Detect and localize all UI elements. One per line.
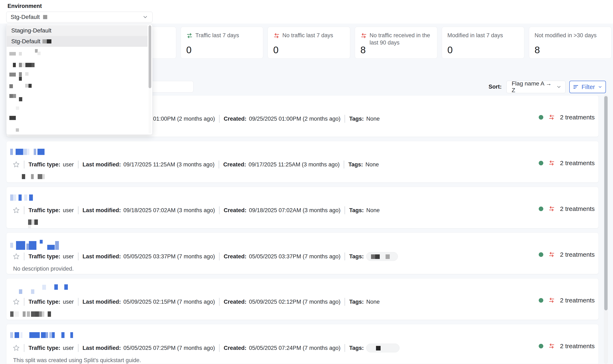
tags-label: Tags:	[349, 345, 364, 351]
stat-card-no-traffic-90d[interactable]: No traffic received in the last 90 days …	[355, 27, 437, 59]
filter-button[interactable]: Filter	[569, 81, 606, 93]
tags-value: None	[366, 299, 380, 305]
star-icon[interactable]	[13, 253, 20, 260]
page-scrollbar-thumb[interactable]	[604, 96, 608, 310]
star-icon[interactable]	[13, 344, 20, 351]
created-value: 09/25/2025 01:00PM (2 months ago)	[249, 116, 340, 122]
flag-description: This split was created using Split's qui…	[13, 357, 141, 364]
tags-label: Tags:	[349, 207, 364, 214]
stat-card-not-modified-30d[interactable]: Not modified in >30 days 8	[529, 27, 612, 59]
flag-row[interactable]: Traffic type:user Last modified:05/05/20…	[6, 233, 599, 274]
redacted-block	[42, 39, 47, 43]
tag-pill[interactable]	[366, 344, 400, 352]
created-value: 09/17/2025 11:25AM (3 months ago)	[248, 161, 339, 168]
treatments-count: 2 treatments	[560, 251, 595, 258]
environment-select[interactable]: Stg-Default	[6, 12, 153, 23]
no-traffic-arrows-icon	[548, 206, 555, 212]
treatments-count: 2 treatments	[560, 205, 595, 212]
traffic-type-label: Traffic type:	[28, 253, 60, 260]
stat-label: Traffic last 7 days	[196, 32, 239, 39]
stat-label: Not modified in >30 days	[535, 32, 597, 39]
traffic-type-value: user	[63, 207, 74, 214]
created-value: 09/18/2025 07:02AM (3 months ago)	[249, 207, 340, 214]
no-traffic-arrows-icon	[548, 343, 555, 350]
flag-row[interactable]: Traffic type:user Last modified:09/18/20…	[6, 187, 599, 228]
filter-button-label: Filter	[582, 84, 595, 91]
chevron-down-icon	[142, 14, 148, 20]
active-status-dot	[539, 298, 543, 303]
treatments-count: 2 treatments	[560, 343, 595, 350]
environment-dropdown: Staging-Default Stg-Default	[6, 24, 153, 135]
last-modified-value: 09/18/2025 07:02AM (3 months ago)	[123, 207, 215, 214]
feature-flags-page: Traffic last 7 days 0 No traffic last 7 …	[0, 0, 613, 364]
active-status-dot	[539, 115, 543, 120]
stat-card-traffic-7d[interactable]: Traffic last 7 days 0	[181, 27, 263, 59]
flag-meta: Traffic type:user Last modified:05/05/20…	[13, 344, 400, 352]
flag-row[interactable]: Traffic type:user Last modified:05/09/20…	[6, 278, 599, 320]
active-status-dot	[539, 344, 543, 348]
no-traffic-arrows-icon	[548, 160, 555, 166]
stat-card-modified-7d[interactable]: Modified in last 7 days 0	[442, 27, 524, 59]
star-icon[interactable]	[13, 161, 20, 168]
last-modified-value: 05/05/2025 07:25PM (7 months ago)	[123, 345, 215, 351]
treatments-count: 2 treatments	[560, 114, 595, 121]
last-modified-label: Last modified:	[83, 299, 121, 305]
flag-row[interactable]: Traffic type:user Last modified:09/17/20…	[6, 141, 599, 183]
flag-meta: Traffic type:user Last modified:05/09/20…	[13, 298, 380, 306]
active-status-dot	[539, 161, 543, 165]
redacted-block	[43, 15, 47, 19]
environment-label: Environment	[8, 3, 42, 9]
active-status-dot	[539, 252, 543, 257]
chevron-down-icon	[556, 84, 561, 90]
traffic-type-value: user	[63, 299, 74, 305]
stat-value: 8	[535, 44, 540, 55]
no-traffic-arrows-icon	[548, 297, 555, 304]
dropdown-item-staging-default[interactable]: Staging-Default	[7, 25, 147, 36]
traffic-type-label: Traffic type:	[28, 299, 60, 305]
flag-row[interactable]: Traffic type:user Last modified:05/05/20…	[6, 324, 599, 364]
traffic-arrows-icon	[186, 32, 193, 39]
tags-value: None	[366, 116, 380, 122]
flag-meta: Traffic type:user Last modified:09/18/20…	[13, 206, 380, 214]
tags-label: Tags:	[349, 116, 364, 122]
sort-select-value: Flag name A → Z	[512, 80, 556, 94]
created-value: 05/05/2025 03:37PM (7 months ago)	[249, 253, 340, 260]
no-traffic-arrows-icon	[548, 114, 555, 121]
flag-description: No description provided.	[13, 266, 74, 272]
tags-label: Tags:	[349, 299, 364, 305]
stat-value: 0	[447, 44, 453, 55]
stat-value: 8	[360, 44, 366, 55]
last-modified-label: Last modified:	[83, 207, 121, 214]
traffic-type-label: Traffic type:	[28, 161, 60, 168]
star-icon[interactable]	[13, 207, 20, 214]
filter-icon	[573, 84, 579, 90]
last-modified-label: Last modified:	[83, 253, 121, 260]
stat-label: Modified in last 7 days	[447, 32, 503, 39]
tags-value: None	[365, 161, 379, 168]
dropdown-item-stg-default[interactable]: Stg-Default	[7, 36, 147, 47]
star-icon[interactable]	[13, 298, 20, 305]
treatments-count: 2 treatments	[560, 159, 595, 167]
tag-pill[interactable]	[366, 252, 398, 261]
last-modified-value: 09/17/2025 11:25AM (3 months ago)	[123, 161, 215, 168]
sort-select[interactable]: Flag name A → Z	[507, 81, 566, 93]
stat-card-no-traffic-7d[interactable]: No traffic last 7 days 0	[268, 27, 350, 59]
created-value: 05/09/2025 02:12PM (7 months ago)	[249, 299, 340, 305]
last-modified-label: Last modified:	[83, 345, 121, 351]
traffic-type-value: user	[63, 161, 74, 168]
stat-label: No traffic last 7 days	[282, 32, 333, 39]
stat-value: 0	[273, 44, 279, 55]
created-label: Created:	[224, 207, 247, 214]
tags-value: None	[366, 207, 380, 214]
stat-value: 0	[186, 44, 192, 55]
created-value: 05/05/2025 07:24PM (7 months ago)	[249, 345, 340, 351]
dropdown-scrollbar-thumb[interactable]	[149, 25, 151, 88]
traffic-type-value: user	[63, 345, 74, 351]
stat-label: No traffic received in the last 90 days	[370, 32, 433, 46]
dropdown-item-label: Stg-Default	[11, 38, 40, 45]
flag-meta: Traffic type:user Last modified:05/05/20…	[13, 252, 398, 261]
traffic-type-label: Traffic type:	[28, 345, 60, 351]
created-label: Created:	[224, 253, 247, 260]
last-modified-value: 05/09/2025 02:15PM (7 months ago)	[123, 299, 215, 305]
tags-label: Tags:	[349, 253, 364, 260]
